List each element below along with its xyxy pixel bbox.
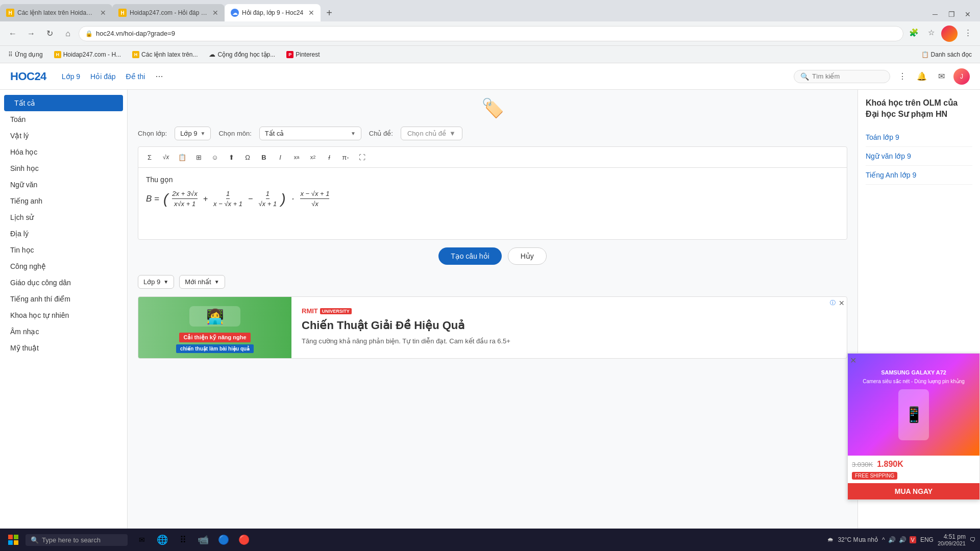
- toolbar-strikethrough[interactable]: I: [322, 150, 336, 164]
- nav-lop9[interactable]: Lớp 9: [62, 72, 80, 81]
- vertical-dots-button[interactable]: ⋮: [895, 69, 910, 84]
- create-question-button[interactable]: Tạo câu hỏi: [438, 247, 502, 265]
- ad-report-button[interactable]: ⓘ: [830, 299, 836, 307]
- browser-tab-1[interactable]: H Các lệnh latex trên Hoidap247 ✕: [0, 4, 112, 21]
- taskbar-mail-icon[interactable]: ✉: [133, 531, 151, 549]
- nav-dethi[interactable]: Đề thi: [126, 72, 145, 81]
- sidebar-item-nguvan[interactable]: Ngữ văn: [0, 177, 127, 193]
- bm-pinterest-favicon: P: [286, 51, 293, 58]
- hoc24-logo[interactable]: HOC24: [10, 70, 46, 83]
- taskbar-network-icon[interactable]: 🔊: [888, 536, 896, 543]
- search-input[interactable]: [812, 72, 884, 80]
- sidebar-item-tatca[interactable]: Tất cả: [4, 95, 123, 111]
- sidebar-item-lichsu[interactable]: Lịch sử: [0, 209, 127, 226]
- bm-congdong[interactable]: ☁ Cộng đồng học tập...: [206, 49, 278, 59]
- filter-row: Chọn lớp: Lớp 9 ▼ Chọn môn: Tất cả ▼ Chủ…: [138, 127, 847, 140]
- lop-filter[interactable]: Lớp 9 ▼: [138, 275, 174, 289]
- toolbar-omega[interactable]: Ω: [240, 150, 255, 164]
- taskbar-zoom-icon[interactable]: 📹: [194, 531, 212, 549]
- taskbar-search-icon: 🔍: [31, 536, 39, 544]
- back-button[interactable]: ←: [5, 26, 20, 41]
- taskbar-apps-icon[interactable]: ⠿: [174, 531, 192, 549]
- taskbar-v-icon[interactable]: V: [910, 536, 916, 543]
- new-tab-button[interactable]: +: [321, 4, 338, 21]
- toolbar-sqrt[interactable]: √x: [159, 150, 173, 164]
- bm-pinterest[interactable]: P Pinterest: [283, 50, 323, 59]
- bm-apps[interactable]: ⠿ Ứng dụng: [5, 50, 46, 59]
- start-button[interactable]: [4, 531, 22, 549]
- toolbar-bold[interactable]: B: [257, 150, 271, 164]
- browser-tab-2[interactable]: H Hoidap247.com - Hỏi đáp bài tập... ✕: [112, 4, 225, 21]
- tab-close-2[interactable]: ✕: [212, 9, 218, 17]
- bm-hoidap247[interactable]: H Hoidap247.com - H...: [51, 50, 124, 59]
- toolbar-upload[interactable]: ⬆: [224, 150, 238, 164]
- cancel-button[interactable]: Hủy: [508, 247, 547, 265]
- side-ad-close-button[interactable]: ✕: [850, 356, 856, 365]
- toolbar-sigma[interactable]: Σ: [142, 150, 157, 164]
- extensions-button[interactable]: 🧩: [906, 26, 921, 40]
- chude-select[interactable]: Chọn chủ đề ▼: [401, 127, 462, 140]
- sidebar-item-congnghe[interactable]: Công nghệ: [0, 258, 127, 274]
- minimize-button[interactable]: ─: [928, 7, 942, 21]
- sidebar-item-tienganh[interactable]: Tiếng anh: [0, 193, 127, 209]
- reload-button[interactable]: ↻: [42, 26, 57, 41]
- sidebar-item-toan[interactable]: Toán: [0, 111, 127, 128]
- nav-hoidap[interactable]: Hỏi đáp: [90, 72, 115, 81]
- hoc24-header-icons: ⋮ 🔔 ✉ J: [895, 68, 970, 85]
- sidebar-item-dialy[interactable]: Địa lý: [0, 226, 127, 242]
- close-button[interactable]: ✕: [961, 7, 975, 21]
- menu-button[interactable]: ⋮: [961, 26, 975, 40]
- toolbar-fullscreen[interactable]: ⛶: [355, 150, 369, 164]
- chu-de-label: Chủ đề:: [369, 130, 393, 137]
- tab-close-3[interactable]: ✕: [308, 9, 314, 17]
- bm-reading-list[interactable]: 📋 Danh sách đọc: [918, 50, 975, 59]
- sidebar-item-khoahoc[interactable]: Khoa học tự nhiên: [0, 307, 127, 323]
- address-bar[interactable]: 🔒 hoc24.vn/hoi-dap?grade=9: [79, 26, 903, 41]
- sort-filter[interactable]: Mới nhất ▼: [179, 275, 225, 289]
- mon-select[interactable]: Tất cả ▼: [259, 127, 361, 140]
- notification-button[interactable]: 🔔: [915, 69, 929, 84]
- toolbar-pi[interactable]: π-: [338, 150, 353, 164]
- taskbar-chrome2-icon[interactable]: 🔴: [235, 531, 253, 549]
- nav-more[interactable]: ···: [155, 71, 163, 82]
- maximize-button[interactable]: ❐: [944, 7, 959, 21]
- hoc24-search-box[interactable]: 🔍: [794, 70, 890, 83]
- star-button[interactable]: ☆: [924, 26, 938, 40]
- toolbar-italic[interactable]: I: [273, 150, 287, 164]
- ad-close-button[interactable]: ✕: [839, 299, 845, 307]
- sidebar-item-sinhhoc[interactable]: Sinh học: [0, 160, 127, 177]
- sidebar-item-vatly[interactable]: Vật lý: [0, 128, 127, 144]
- lop-select[interactable]: Lớp 9 ▼: [175, 127, 211, 140]
- sidebar-item-gdcd[interactable]: Giáo dục công dân: [0, 274, 127, 291]
- right-sidebar-item-tienganh[interactable]: Tiếng Anh lớp 9: [866, 166, 972, 185]
- forward-button[interactable]: →: [23, 26, 39, 41]
- taskbar-notification-icon[interactable]: 🗨: [970, 536, 976, 543]
- taskbar-volume-icon[interactable]: 🔊: [899, 536, 906, 543]
- taskbar-edge-icon[interactable]: 🌐: [153, 531, 172, 549]
- toolbar-emoji[interactable]: ☺: [208, 150, 222, 164]
- tab-close-1[interactable]: ✕: [100, 9, 106, 17]
- side-ad-cta-button[interactable]: MUA NGAY: [848, 483, 979, 499]
- sidebar-item-amnhac[interactable]: Âm nhạc: [0, 323, 127, 340]
- toolbar-superscript[interactable]: x2: [306, 150, 320, 164]
- toolbar-subscript[interactable]: xa: [289, 150, 304, 164]
- bm-hoidap247-label: Hoidap247.com - H...: [63, 51, 121, 58]
- sidebar-item-hoahoc[interactable]: Hóa học: [0, 144, 127, 160]
- browser-tab-3[interactable]: ☁ Hỏi đáp, lớp 9 - Hoc24 ✕: [225, 4, 321, 21]
- taskbar-search-box[interactable]: 🔍 Type here to search: [26, 534, 128, 546]
- editor-content[interactable]: Thu gọn B = ( 2x + 3√x x√x + 1 + 1: [138, 168, 847, 239]
- home-button[interactable]: ⌂: [60, 26, 76, 41]
- bm-latex[interactable]: H Các lệnh latex trên...: [129, 50, 201, 59]
- sidebar-item-tienganhtdiem[interactable]: Tiếng anh thí điểm: [0, 291, 127, 307]
- expand-tray-icon[interactable]: ^: [882, 536, 885, 543]
- sidebar-item-tinhoc[interactable]: Tin học: [0, 242, 127, 258]
- right-sidebar-item-toan[interactable]: Toán lớp 9: [866, 128, 972, 147]
- toolbar-table[interactable]: ⊞: [191, 150, 206, 164]
- sidebar-item-mythuat[interactable]: Mỹ thuật: [0, 340, 127, 356]
- right-sidebar-item-nguvan[interactable]: Ngữ văn lớp 9: [866, 147, 972, 166]
- taskbar-chrome-icon[interactable]: 🔵: [214, 531, 233, 549]
- mail-button[interactable]: ✉: [934, 69, 948, 84]
- user-avatar[interactable]: J: [953, 68, 970, 85]
- toolbar-copy[interactable]: 📋: [175, 150, 189, 164]
- profile-button[interactable]: [941, 26, 958, 42]
